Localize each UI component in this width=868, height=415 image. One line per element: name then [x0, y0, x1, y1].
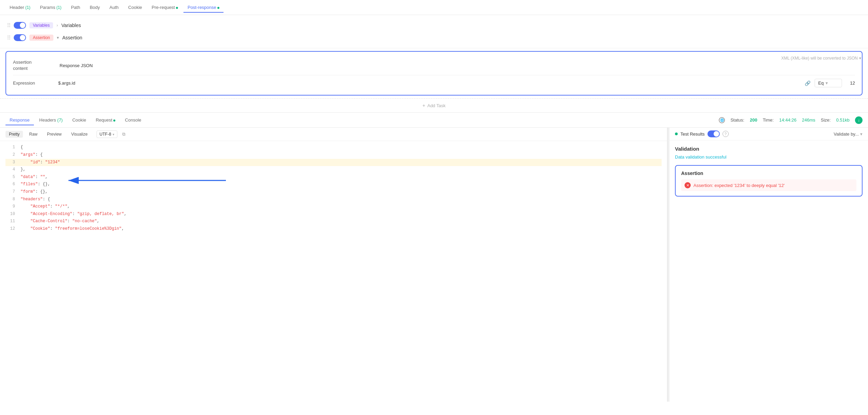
test-content: Validation Data validation successful As…: [669, 140, 868, 399]
copy-button[interactable]: ⧉: [120, 130, 127, 138]
validate-chevron-icon: ▾: [860, 131, 863, 137]
request-dot: [113, 120, 115, 122]
xml-chevron-icon: ▾: [859, 56, 861, 61]
chevron-down-icon[interactable]: ▾: [57, 35, 59, 40]
json-panel: Pretty Raw Preview Visualize UTF-8 ▾ ⧉ 1…: [0, 128, 667, 402]
json-line-2: 2"args": {: [5, 151, 662, 159]
size-value: 0.51kb: [836, 117, 850, 123]
post-response-dot: [217, 7, 219, 9]
time-value: 14:44:26: [779, 117, 796, 123]
xml-note: XML (XML-like) will be converted to JSON…: [781, 56, 861, 61]
assertion-result-title: Assertion: [681, 171, 856, 176]
variables-toggle[interactable]: [14, 22, 26, 29]
json-line-7: 7"form": {},: [5, 188, 662, 196]
size-label: Size:: [821, 117, 831, 123]
assertion-content-label: Assertioncontent: [13, 59, 54, 72]
assertion-content-value: Response JSON: [60, 63, 855, 68]
test-toolbar: Test Results ? Validate by... ▾: [669, 128, 868, 140]
status-bar: 🌐 Status: 200 Time: 14:44:26 246ms Size:…: [719, 116, 863, 124]
view-raw[interactable]: Raw: [26, 131, 41, 138]
validation-title: Validation: [675, 146, 863, 152]
view-visualize[interactable]: Visualize: [68, 131, 91, 138]
json-line-3: 3 "id": "1234": [5, 159, 662, 166]
operator-select[interactable]: Eq ▾: [815, 79, 842, 87]
json-line-9: 9 "Accept": "*/*",: [5, 203, 662, 211]
test-results-label: Test Results: [680, 131, 705, 137]
btab-headers[interactable]: Headers (7): [35, 115, 67, 125]
tab-header[interactable]: Header (1): [5, 3, 35, 13]
test-results-toggle[interactable]: [707, 130, 720, 137]
assertion-toggle[interactable]: [14, 34, 26, 41]
status-label: Status:: [730, 117, 744, 123]
drag-handle-assertion[interactable]: ⠿: [7, 35, 10, 41]
validation-success: Data validation successful: [675, 154, 863, 160]
test-status-dot: [675, 133, 678, 135]
variables-title: Variables: [61, 23, 81, 28]
time-label: Time:: [763, 117, 774, 123]
view-preview[interactable]: Preview: [43, 131, 65, 138]
pre-request-dot: [176, 7, 178, 9]
link-icon[interactable]: 🔗: [805, 80, 810, 86]
json-line-1: 1{: [5, 144, 662, 151]
json-line-11: 11 "Cache-Control": "no-cache",: [5, 218, 662, 225]
assertion-error-row: ✕ Assertion: expected '1234' to deeply e…: [681, 179, 856, 191]
status-value: 200: [750, 117, 757, 123]
tab-params[interactable]: Params (1): [36, 3, 66, 13]
view-pretty[interactable]: Pretty: [5, 131, 23, 138]
tab-path[interactable]: Path: [67, 3, 84, 13]
tab-cookie[interactable]: Cookie: [124, 3, 146, 13]
panel-resizer[interactable]: [667, 128, 669, 402]
assertion-row: ⠿ Assertion ▾ Assertion: [5, 32, 863, 44]
add-task-label: Add Task: [427, 103, 445, 108]
test-panel: Test Results ? Validate by... ▾ Validati…: [669, 128, 868, 402]
time-duration: 246ms: [802, 117, 815, 123]
plus-icon: +: [422, 103, 425, 108]
encoding-chevron-icon: ▾: [113, 133, 114, 136]
drag-handle-variables[interactable]: ⠿: [7, 22, 10, 29]
top-tabs-bar: Header (1) Params (1) Path Body Auth Coo…: [0, 0, 868, 15]
tab-body[interactable]: Body: [86, 3, 104, 13]
tab-post-response[interactable]: Post-response: [183, 3, 224, 13]
expression-row: Expression $.args.id 🔗 Eq ▾ 12: [13, 77, 855, 89]
btab-request[interactable]: Request: [92, 115, 119, 125]
variables-tag: Variables: [29, 22, 53, 28]
assertion-content-row: Assertioncontent Response JSON: [13, 57, 855, 74]
bottom-panels: Pretty Raw Preview Visualize UTF-8 ▾ ⧉ 1…: [0, 128, 868, 402]
operator-value: Eq: [818, 80, 824, 86]
json-content: 1{ 2"args": { 3 "id": "1234" 4}, 5"data"…: [0, 141, 667, 400]
json-line-10: 10 "Accept-Encoding": "gzip, deflate, br…: [5, 211, 662, 218]
assertion-content-area: Assertioncontent Response JSON Expressio…: [0, 51, 868, 96]
chevron-right-icon: ›: [56, 23, 58, 28]
assertion-result-box: Assertion ✕ Assertion: expected '1234' t…: [675, 165, 863, 197]
json-line-5: 5"data": "",: [5, 174, 662, 181]
validate-by-button[interactable]: Validate by... ▾: [834, 131, 863, 137]
operator-expected-value: 12: [850, 80, 855, 86]
add-task-button[interactable]: + Add Task: [0, 98, 868, 112]
json-line-6: 6"files": {},: [5, 181, 662, 188]
json-line-4: 4},: [5, 166, 662, 174]
variables-row: ⠿ Variables › Variables: [5, 19, 863, 32]
operator-chevron-icon: ▾: [826, 80, 828, 86]
btab-response[interactable]: Response: [5, 115, 34, 125]
script-area: ⠿ Variables › Variables ⠿ Assertion ▾ As…: [0, 15, 868, 48]
encoding-select[interactable]: UTF-8 ▾: [97, 130, 117, 138]
bottom-tabs-bar: Response Headers (7) Cookie Request Cons…: [0, 113, 868, 128]
assertion-tag: Assertion: [29, 35, 53, 41]
globe-icon: 🌐: [719, 117, 725, 123]
btab-console[interactable]: Console: [121, 115, 145, 125]
btab-cookie[interactable]: Cookie: [68, 115, 90, 125]
assertion-box: Assertioncontent Response JSON Expressio…: [5, 51, 863, 96]
error-icon: ✕: [685, 182, 691, 188]
expression-label: Expression: [13, 80, 54, 86]
tab-pre-request[interactable]: Pre-request: [148, 3, 182, 13]
validate-by-label: Validate by...: [834, 131, 859, 137]
expression-input[interactable]: $.args.id: [58, 80, 801, 86]
help-icon[interactable]: ?: [723, 131, 729, 137]
assertion-title: Assertion: [62, 35, 82, 40]
json-toolbar: Pretty Raw Preview Visualize UTF-8 ▾ ⧉: [0, 128, 667, 141]
json-line-12: 12 "Cookie": "freeform=loseCookie%3Dgin"…: [5, 225, 662, 233]
tab-auth[interactable]: Auth: [105, 3, 123, 13]
download-button[interactable]: ↓: [855, 116, 863, 124]
encoding-value: UTF-8: [100, 132, 111, 137]
json-line-8: 8"headers": {: [5, 196, 662, 203]
